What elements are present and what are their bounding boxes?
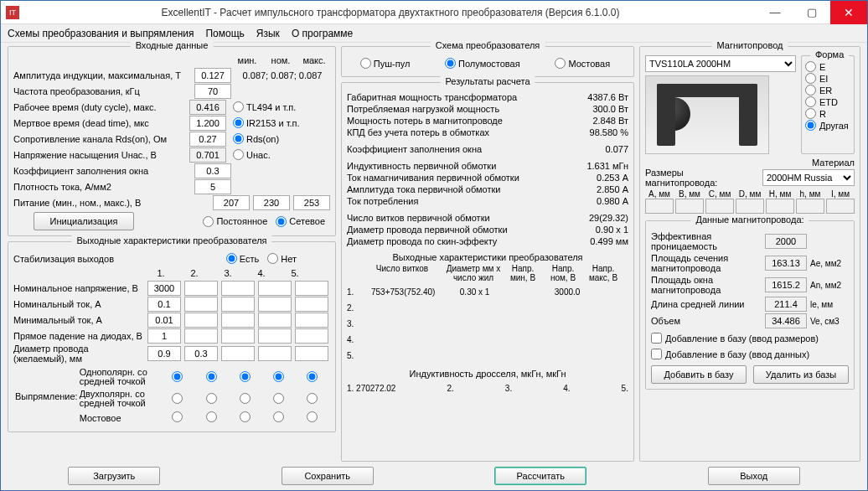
unas-input[interactable] [189,147,226,163]
inom-1[interactable] [147,297,181,312]
chk-add-data[interactable] [651,349,662,359]
menu-lang[interactable]: Язык [256,28,280,39]
radio-half[interactable] [445,58,456,69]
chk-add-dim[interactable] [651,333,662,344]
input-panel: Входные данные мин. ном. макс. Амплитуда… [8,46,336,236]
radio-mains[interactable] [276,216,287,227]
dwire-1[interactable] [147,346,181,361]
shape-r[interactable] [805,108,816,119]
supply-max[interactable] [293,195,330,210]
radio-stab-yes[interactable] [226,253,237,264]
exit-button[interactable]: Выход [708,467,800,485]
radio-stab-no[interactable] [267,253,278,264]
material-select[interactable]: 2000HM Russia [762,169,855,186]
radio-rdson[interactable] [233,133,244,144]
freq-input[interactable] [194,84,231,99]
le-input[interactable] [765,297,807,312]
shape-etd[interactable] [805,96,816,107]
shape-er[interactable] [805,85,816,96]
radio-unas[interactable] [233,149,244,160]
load-button[interactable]: Загрузить [68,467,160,485]
minimize-button[interactable]: — [757,1,793,24]
amp-b-input[interactable] [194,68,231,83]
calc-button[interactable]: Рассчитать [494,467,586,485]
rect1-a[interactable] [172,371,183,382]
radio-full[interactable] [555,58,566,69]
scheme-panel: Схема преобразователя Пуш-пул Полумостов… [341,46,634,77]
core-select[interactable]: TVS110LA 2000HM [645,55,796,72]
dead-input[interactable] [189,116,226,131]
imin-1[interactable] [147,313,181,328]
duty-input[interactable] [189,100,226,115]
results-panel: Результаты расчета Габаритная мощность т… [341,82,634,462]
titlebar: IT ExcellentIT - Расчет импульсного тран… [1,1,867,24]
radio-tl494[interactable] [233,101,244,112]
radio-push[interactable] [360,58,371,69]
menu-help[interactable]: Помощь [205,28,244,39]
init-button[interactable]: Инициализация [34,212,134,230]
shape-panel: Форма E EI ER ETD R Другая [801,55,855,154]
amp-b-label: Амплитуда индукции, максимальная, Т [13,70,191,80]
core-image [645,75,769,154]
supply-min[interactable] [213,195,250,210]
shape-ei[interactable] [805,73,816,84]
ve-input[interactable] [765,313,807,328]
rect2-a[interactable] [206,371,217,382]
maximize-button[interactable]: ▢ [793,1,830,24]
core-panel: Магнитопровод TVS110LA 2000HM Форма E EI [639,46,860,462]
vnom-1[interactable] [147,281,181,296]
an-input[interactable] [765,277,807,292]
menu-schemes[interactable]: Схемы преобразования и выпрямления [8,28,194,39]
input-panel-title: Входные данные [131,40,214,50]
rds-input[interactable] [189,132,226,147]
radio-ir2153[interactable] [233,117,244,128]
dim-A[interactable] [645,199,674,214]
supply-nom[interactable] [253,195,290,210]
shape-other[interactable] [805,120,816,131]
shape-e[interactable] [805,61,816,72]
ae-input[interactable] [765,256,807,271]
core-data-panel: Данные магнитопровода: Эффективная прони… [645,220,855,390]
del-db-button[interactable]: Удалить из базы [753,365,849,384]
close-button[interactable]: ✕ [830,1,867,24]
perm-input[interactable] [765,234,807,249]
app-icon: IT [6,6,19,19]
output-char-panel: Выходные характеристики преобразователя … [8,241,336,432]
radio-const[interactable] [203,216,214,227]
vdrop-1[interactable] [147,328,181,344]
jdens-input[interactable] [194,179,231,194]
add-db-button[interactable]: Добавить в базу [651,365,747,384]
kfill-input[interactable] [194,163,231,178]
window-title: ExcellentIT - Расчет импульсного трансфо… [24,7,757,18]
menu-about[interactable]: О программе [292,28,353,39]
save-button[interactable]: Сохранить [282,467,374,485]
dwire-2[interactable] [184,346,218,361]
